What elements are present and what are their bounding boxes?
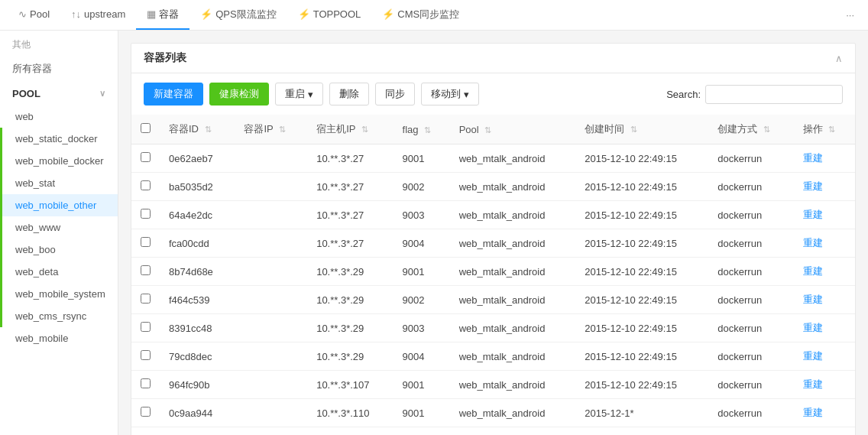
row-checkbox-cell [131, 399, 160, 427]
cms-icon: ⚡ [382, 8, 394, 20]
sidebar-item-pool[interactable]: POOL ∨ [0, 82, 118, 106]
main-content: 容器列表 ∧ 新建容器 健康检测 重启 ▾ 删除 同步 移动到 ▾ Search… [118, 31, 868, 435]
table-row: 964fc90b 10.**.3*.107 9001 web_mtalk_and… [131, 371, 855, 399]
sidebar-item-all-containers[interactable]: 所有容器 [0, 56, 118, 82]
sort-icon-created-by[interactable]: ⇅ [763, 125, 770, 134]
rebuild-link[interactable]: 重建 [803, 209, 823, 220]
green-bar-indicator [0, 194, 2, 216]
search-input[interactable] [705, 85, 843, 104]
cell-created-time: 2015-12-10 22:49:15 [575, 286, 708, 314]
row-checkbox[interactable] [141, 152, 151, 162]
row-checkbox-cell [131, 427, 160, 436]
cell-action: 重建 [794, 399, 855, 427]
rebuild-link[interactable]: 重建 [803, 407, 823, 418]
health-check-button[interactable]: 健康检测 [209, 83, 269, 106]
sort-icon-created-time[interactable]: ⇅ [630, 125, 637, 134]
new-container-button[interactable]: 新建容器 [144, 83, 203, 106]
cell-pool: web_mtalk_android [450, 342, 576, 371]
sort-icon-host-ip[interactable]: ⇅ [361, 125, 368, 134]
row-checkbox[interactable] [141, 294, 151, 304]
cell-pool: web_mtalk_android [450, 229, 576, 258]
cell-host-ip: 10.**.3*.110 [307, 399, 393, 427]
col-action: 操作 ⇅ [794, 115, 855, 144]
row-checkbox[interactable] [141, 265, 151, 275]
select-all-checkbox[interactable] [141, 123, 151, 133]
row-checkbox[interactable] [141, 378, 151, 388]
cell-container-id: 8b74d68e [160, 258, 235, 286]
sidebar-item-web-cms-rsync[interactable]: web_cms_rsync [0, 305, 118, 327]
sidebar-item-web[interactable]: web [0, 106, 118, 128]
cell-flag: 9001 [394, 399, 450, 427]
cell-container-id: ba5035d2 [160, 173, 235, 201]
green-bar-indicator [0, 283, 2, 305]
sort-icon-container-ip[interactable]: ⇅ [279, 125, 286, 134]
cell-container-ip [235, 201, 307, 229]
nav-container[interactable]: ▦ 容器 [136, 0, 189, 30]
green-bar-indicator [0, 305, 2, 327]
row-checkbox[interactable] [141, 350, 151, 360]
sidebar-item-web-mobile-other[interactable]: web_mobile_other [0, 194, 118, 216]
rebuild-link[interactable]: 重建 [803, 294, 823, 305]
rebuild-link[interactable]: 重建 [803, 237, 823, 248]
collapse-icon[interactable]: ∧ [835, 53, 843, 64]
cell-pool: web_mtalk_android [450, 201, 576, 229]
cell-host-ip: 10.**.3*.27 [307, 229, 393, 258]
table-row: 64a4e2dc 10.**.3*.27 9003 web_mtalk_andr… [131, 201, 855, 229]
cell-action: 重建 [794, 144, 855, 173]
sidebar-item-web-boo[interactable]: web_boo [0, 239, 118, 261]
rebuild-link[interactable]: 重建 [803, 378, 823, 390]
rebuild-link[interactable]: 重建 [803, 322, 823, 333]
cell-pool: web_mtalk_android [450, 144, 576, 173]
table-row: f464c539 10.**.3*.29 9002 web_mtalk_andr… [131, 286, 855, 314]
rebuild-link[interactable]: 重建 [803, 265, 823, 277]
sidebar-item-web-stat[interactable]: web_stat [0, 172, 118, 194]
sidebar-item-web-mobile[interactable]: web_mobile [0, 327, 118, 349]
nav-qps[interactable]: ⚡ QPS限流监控 [189, 0, 287, 30]
sidebar-item-web-deta[interactable]: web_deta [0, 261, 118, 283]
container-table: 容器ID ⇅ 容器IP ⇅ 宿主机IP ⇅ [131, 115, 855, 435]
cell-flag: 9002 [394, 173, 450, 201]
row-checkbox-cell [131, 229, 160, 258]
row-checkbox[interactable] [141, 237, 151, 247]
cell-container-ip [235, 399, 307, 427]
move-to-button[interactable]: 移动到 ▾ [421, 83, 479, 106]
cell-action: 重建 [794, 229, 855, 258]
cell-host-ip: 10.**.3*.27 [307, 201, 393, 229]
row-checkbox[interactable] [141, 209, 151, 219]
nav-upstream[interactable]: ↑↓ upstream [60, 0, 136, 30]
sidebar-item-web-www[interactable]: web_www [0, 216, 118, 239]
cell-created-time: 2015-12-10 22:49:15 [575, 144, 708, 173]
cell-created-time: 2015-12-10 22:49:15 [575, 201, 708, 229]
sort-icon-pool[interactable]: ⇅ [484, 125, 491, 135]
cell-pool: web_mtalk_android [450, 286, 576, 314]
sidebar-item-web-mobile-docker[interactable]: web_mobile_docker [0, 150, 118, 172]
row-checkbox[interactable] [141, 180, 151, 190]
rebuild-link[interactable]: 重建 [803, 152, 823, 164]
restart-button[interactable]: 重启 ▾ [275, 83, 323, 106]
cell-created-by: dockerrun [708, 258, 793, 286]
sort-icon-flag[interactable]: ⇅ [424, 125, 431, 135]
nav-cms[interactable]: ⚡ CMS同步监控 [371, 0, 470, 30]
rebuild-link[interactable]: 重建 [803, 350, 823, 362]
row-checkbox-cell [131, 173, 160, 201]
sidebar-item-web-static-docker[interactable]: web_static_docker [0, 128, 118, 150]
row-checkbox[interactable] [141, 322, 151, 332]
sidebar-item-web-mobile-system[interactable]: web_mobile_system [0, 283, 118, 305]
nav-more[interactable]: ··· [840, 9, 860, 21]
pool-icon: ∿ [18, 8, 27, 20]
sort-icon-action[interactable]: ⇅ [828, 125, 835, 134]
cell-created-by: dockerrun [708, 314, 793, 342]
nav-pool[interactable]: ∿ Pool [8, 0, 60, 30]
cell-created-time: 2015-12-10 22:49:15 [575, 371, 708, 399]
delete-button[interactable]: 删除 [329, 83, 369, 106]
cell-created-by: dockerrun [708, 173, 793, 201]
sync-button[interactable]: 同步 [375, 83, 415, 106]
cell-host-ip: 10.**.3*.107 [307, 427, 393, 436]
rebuild-link[interactable]: 重建 [803, 180, 823, 192]
sort-icon-container-id[interactable]: ⇅ [205, 125, 212, 134]
nav-toppool[interactable]: ⚡ TOPPOOL [287, 0, 372, 30]
table-row: 8b74d68e 10.**.3*.29 9001 web_mtalk_andr… [131, 258, 855, 286]
cell-pool: web_mtalk_android [450, 173, 576, 201]
cell-flag: 9004 [394, 229, 450, 258]
row-checkbox[interactable] [141, 407, 151, 417]
